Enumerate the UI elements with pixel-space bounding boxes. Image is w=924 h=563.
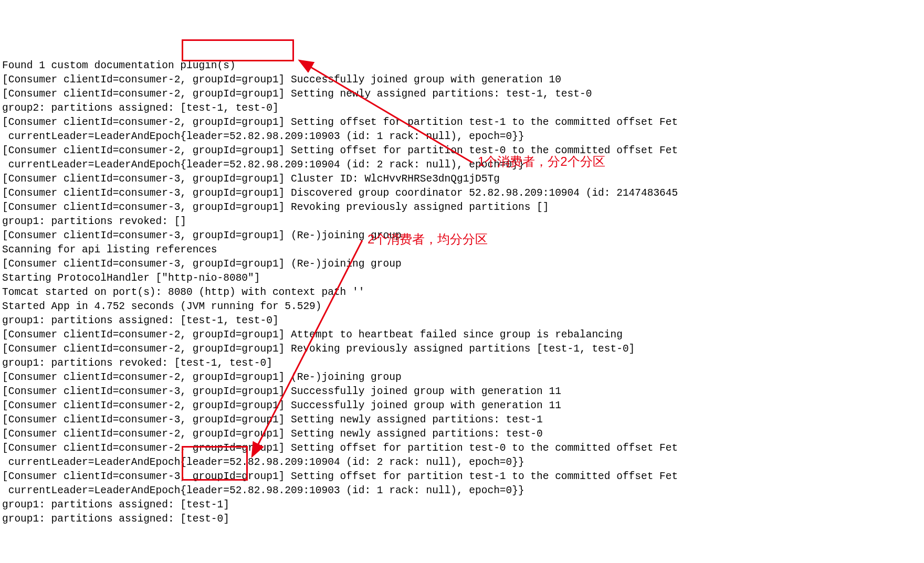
- console-log: Found 1 custom documentation plugin(s) […: [2, 59, 922, 526]
- highlight-box-1: [182, 39, 294, 61]
